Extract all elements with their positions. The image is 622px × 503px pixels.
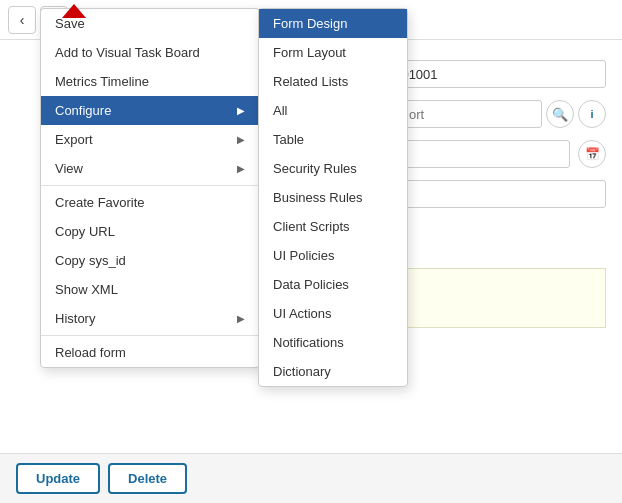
menu-item-copy-url[interactable]: Copy URL [41,217,259,246]
configure-submenu: Form Design Form Layout Related Lists Al… [258,8,408,387]
history-chevron: ▶ [237,313,245,324]
menu-divider-1 [41,185,259,186]
update-button[interactable]: Update [16,463,100,494]
menu-item-visual-task-board[interactable]: Add to Visual Task Board [41,38,259,67]
submenu-security-rules[interactable]: Security Rules [259,154,407,183]
submenu-dictionary[interactable]: Dictionary [259,357,407,386]
search-input[interactable] [402,100,542,128]
configure-chevron: ▶ [237,105,245,116]
calendar-icon[interactable]: 📅 [578,140,606,168]
bottom-bar: Update Delete [0,453,622,503]
submenu-client-scripts[interactable]: Client Scripts [259,212,407,241]
submenu-ui-policies[interactable]: UI Policies [259,241,407,270]
export-chevron: ▶ [237,134,245,145]
back-button[interactable]: ‹ [8,6,36,34]
submenu-ui-actions[interactable]: UI Actions [259,299,407,328]
submenu-all[interactable]: All [259,96,407,125]
menu-item-configure[interactable]: Configure ▶ [41,96,259,125]
red-arrow-indicator [62,4,86,18]
menu-item-reload-form[interactable]: Reload form [41,338,259,367]
delete-button[interactable]: Delete [108,463,187,494]
submenu-business-rules[interactable]: Business Rules [259,183,407,212]
menu-item-export[interactable]: Export ▶ [41,125,259,154]
search-icon[interactable]: 🔍 [546,100,574,128]
menu-item-copy-sysid[interactable]: Copy sys_id [41,246,259,275]
menu-item-history[interactable]: History ▶ [41,304,259,333]
submenu-data-policies[interactable]: Data Policies [259,270,407,299]
submenu-related-lists[interactable]: Related Lists [259,67,407,96]
menu-item-show-xml[interactable]: Show XML [41,275,259,304]
submenu-table[interactable]: Table [259,125,407,154]
primary-menu: Save Add to Visual Task Board Metrics Ti… [40,8,260,368]
date-field[interactable] [390,140,570,168]
view-chevron: ▶ [237,163,245,174]
menu-item-metrics-timeline[interactable]: Metrics Timeline [41,67,259,96]
submenu-form-layout[interactable]: Form Layout [259,38,407,67]
submenu-notifications[interactable]: Notifications [259,328,407,357]
menu-item-view[interactable]: View ▶ [41,154,259,183]
menu-item-create-favorite[interactable]: Create Favorite [41,188,259,217]
menu-divider-2 [41,335,259,336]
submenu-form-design[interactable]: Form Design [259,9,407,38]
info-icon[interactable]: i [578,100,606,128]
